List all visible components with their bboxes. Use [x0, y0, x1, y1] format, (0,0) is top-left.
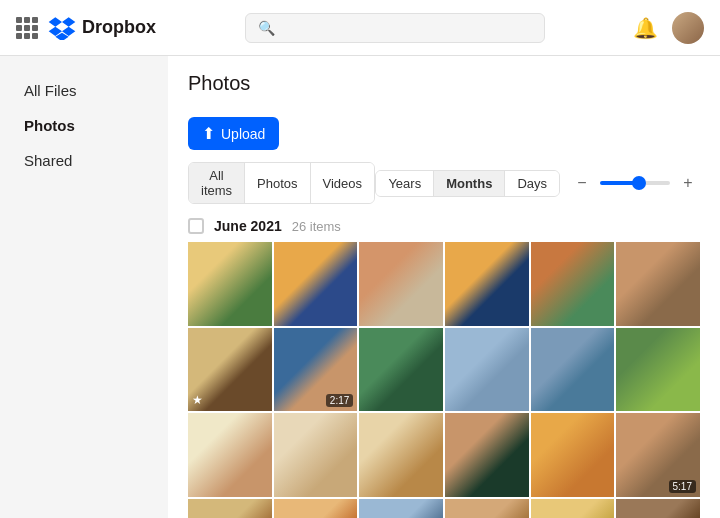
- photo-cell[interactable]: [274, 413, 358, 497]
- photo-cell[interactable]: [616, 328, 700, 412]
- star-icon: ★: [192, 393, 203, 407]
- photo-cell[interactable]: [359, 242, 443, 326]
- video-duration-badge: 2:17: [326, 394, 353, 407]
- search-input[interactable]: [283, 20, 532, 36]
- zoom-out-button[interactable]: −: [570, 171, 594, 195]
- section-title: June 2021: [214, 218, 282, 234]
- video-duration-badge: 5:17: [669, 480, 696, 493]
- section-checkbox[interactable]: [188, 218, 204, 234]
- tab-photos[interactable]: Photos: [245, 163, 310, 203]
- filter-row: All items Photos Videos Starred Years: [168, 162, 720, 214]
- search-icon: 🔍: [258, 20, 275, 36]
- tab-days[interactable]: Days: [505, 171, 559, 196]
- photo-cell[interactable]: [531, 242, 615, 326]
- photo-cell[interactable]: [188, 413, 272, 497]
- time-tabs: Years Months Days: [375, 170, 560, 197]
- photo-cell[interactable]: [359, 499, 443, 518]
- section-count: 26 items: [292, 219, 341, 234]
- photo-cell[interactable]: [359, 328, 443, 412]
- photo-cell[interactable]: [188, 499, 272, 518]
- photo-cell[interactable]: [274, 499, 358, 518]
- filter-tabs: All items Photos Videos Starred: [188, 162, 375, 204]
- tab-videos[interactable]: Videos: [311, 163, 376, 203]
- upload-icon: ⬆: [202, 124, 215, 143]
- main-layout: All Files Photos Shared Photos ⬆ Upload …: [0, 56, 720, 518]
- toolbar: ⬆ Upload: [168, 117, 720, 150]
- page-title: Photos: [188, 72, 700, 95]
- upload-label: Upload: [221, 126, 265, 142]
- photo-cell[interactable]: 5:17: [616, 413, 700, 497]
- app-header: Dropbox 🔍 🔔: [0, 0, 720, 56]
- photo-cell[interactable]: [445, 328, 529, 412]
- zoom-out-icon: −: [577, 174, 586, 192]
- photo-grid: ★2:175:17: [168, 242, 720, 518]
- search-box[interactable]: 🔍: [245, 13, 545, 43]
- tab-months[interactable]: Months: [434, 171, 505, 196]
- photo-cell[interactable]: [445, 413, 529, 497]
- photo-cell[interactable]: [445, 499, 529, 518]
- section-header: June 2021 26 items: [168, 214, 720, 242]
- main-content: Photos ⬆ Upload All items Photos Videos: [168, 56, 720, 518]
- zoom-thumb: [632, 176, 646, 190]
- user-avatar[interactable]: [672, 12, 704, 44]
- photo-cell[interactable]: ★: [188, 328, 272, 412]
- sidebar-item-shared[interactable]: Shared: [16, 146, 152, 175]
- photo-cell[interactable]: [531, 328, 615, 412]
- zoom-slider[interactable]: [600, 181, 670, 185]
- photo-cell[interactable]: [531, 413, 615, 497]
- photos-header: Photos: [168, 56, 720, 117]
- photo-cell[interactable]: [445, 242, 529, 326]
- upload-button[interactable]: ⬆ Upload: [188, 117, 279, 150]
- photo-cell[interactable]: [188, 242, 272, 326]
- sidebar: All Files Photos Shared: [0, 56, 168, 518]
- dropbox-logo[interactable]: Dropbox: [48, 16, 156, 40]
- tab-years[interactable]: Years: [376, 171, 434, 196]
- zoom-in-icon: +: [683, 174, 692, 192]
- photo-cell[interactable]: [274, 242, 358, 326]
- sidebar-item-all-files[interactable]: All Files: [16, 76, 152, 105]
- sidebar-item-photos[interactable]: Photos: [16, 111, 152, 140]
- bell-icon[interactable]: 🔔: [633, 16, 658, 40]
- tab-all-items[interactable]: All items: [189, 163, 245, 203]
- app-grid-icon[interactable]: [16, 17, 38, 39]
- zoom-in-button[interactable]: +: [676, 171, 700, 195]
- photo-cell[interactable]: [616, 499, 700, 518]
- photo-cell[interactable]: [531, 499, 615, 518]
- logo-text: Dropbox: [82, 17, 156, 38]
- photo-cell[interactable]: [359, 413, 443, 497]
- photo-cell[interactable]: 2:17: [274, 328, 358, 412]
- zoom-controls: − +: [570, 171, 700, 195]
- photo-cell[interactable]: [616, 242, 700, 326]
